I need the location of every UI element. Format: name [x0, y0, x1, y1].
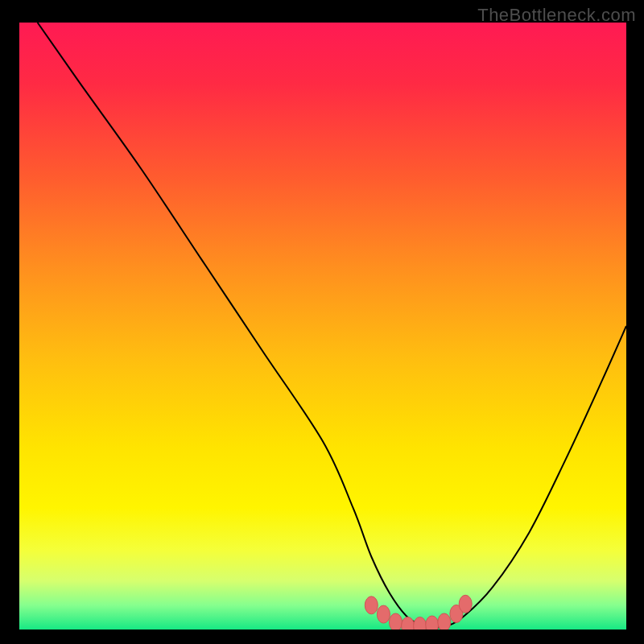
marker-point — [426, 616, 439, 630]
marker-point — [390, 613, 402, 630]
marker-point — [377, 605, 390, 623]
marker-point — [438, 613, 451, 630]
chart-stage: TheBottleneck.com — [0, 0, 644, 644]
bottleneck-chart — [19, 23, 626, 630]
marker-point — [365, 597, 378, 614]
marker-point — [459, 595, 472, 613]
watermark-text: TheBottleneck.com — [477, 5, 636, 26]
gradient-background — [19, 23, 626, 630]
